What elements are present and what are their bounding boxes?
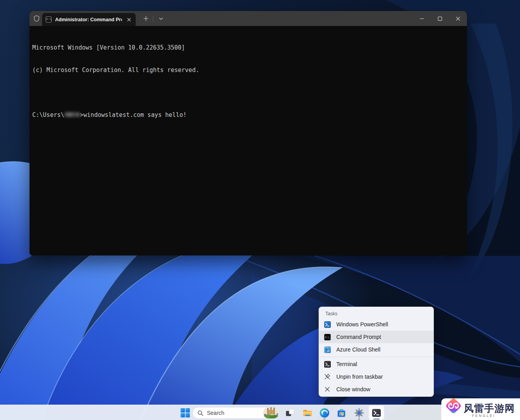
- fenglei-logo-icon: [443, 396, 464, 416]
- prompt-command: >windowslatest.com says hello!: [80, 111, 186, 118]
- terminal-window: C:\ Administrator: Command Pro: [30, 11, 467, 255]
- tab-title: Administrator: Command Pro: [55, 17, 122, 22]
- terminal-line: (c) Microsoft Corporation. All rights re…: [32, 67, 467, 74]
- chevron-down-icon: [159, 17, 163, 20]
- search-placeholder: Search: [207, 410, 263, 416]
- search-icon: [197, 410, 203, 416]
- azure-cloud-shell-icon: [324, 346, 331, 353]
- edge-button[interactable]: [317, 405, 332, 420]
- running-indicator: [358, 418, 360, 420]
- jump-list-item-windows-powershell[interactable]: Windows PowerShell: [319, 318, 433, 331]
- jump-list-item-terminal[interactable]: Terminal: [319, 358, 433, 370]
- store-icon: [336, 408, 347, 418]
- jump-list-item-close-window[interactable]: Close window: [319, 383, 433, 396]
- terminal-prompt-line: C:\Users\>windowslatest.com says hello!: [32, 111, 467, 119]
- active-indicator: [373, 418, 380, 420]
- terminal-line-blank: [32, 89, 467, 96]
- new-tab-button[interactable]: [141, 14, 151, 23]
- close-window-button[interactable]: [449, 11, 467, 26]
- minimize-button[interactable]: [413, 11, 431, 26]
- watermark-title: 风雷手游网: [464, 402, 519, 415]
- plus-icon: [143, 16, 149, 21]
- powershell-icon: [324, 321, 331, 328]
- command-prompt-icon: C:\_: [324, 333, 331, 340]
- file-explorer-button[interactable]: [300, 405, 315, 420]
- watermark-subtitle: FENGLEI: [441, 414, 520, 418]
- jump-list-item-unpin[interactable]: Unpin from taskbar: [319, 370, 433, 383]
- tabbar-divider: [153, 15, 153, 22]
- edge-icon: [319, 408, 330, 418]
- desktop: C:\ Administrator: Command Pro: [0, 0, 520, 420]
- task-view-button[interactable]: [282, 405, 298, 420]
- jump-list-item-label: Azure Cloud Shell: [336, 346, 380, 353]
- task-view-icon: [285, 408, 295, 418]
- jump-list-item-label: Windows PowerShell: [336, 321, 388, 327]
- folder-icon: [302, 408, 313, 418]
- jump-list-header: Tasks: [319, 307, 433, 318]
- unpin-icon: [324, 373, 331, 380]
- daily-image-thumbnail[interactable]: [263, 407, 279, 418]
- settings-button[interactable]: [351, 405, 367, 420]
- terminal-tab-active[interactable]: C:\ Administrator: Command Pro: [42, 13, 136, 26]
- maximize-icon: [438, 17, 442, 21]
- window-controls: [413, 11, 467, 26]
- close-icon: [127, 18, 131, 22]
- gear-icon: [354, 408, 364, 418]
- site-watermark: 风雷手游网 FENGLEI: [441, 398, 520, 420]
- start-button[interactable]: [177, 405, 193, 420]
- windows-logo-icon: [180, 408, 190, 418]
- terminal-taskbar-button[interactable]: [369, 405, 384, 420]
- edge-running-indicator: [323, 418, 326, 420]
- maximize-button[interactable]: [431, 11, 449, 26]
- jump-list-item-label: Terminal: [336, 361, 357, 367]
- taskbar-jump-list: Tasks Windows PowerShell C:\_ Command Pr…: [319, 307, 434, 397]
- close-icon: [324, 386, 331, 393]
- close-icon: [456, 17, 460, 21]
- jump-list-item-azure-cloud-shell[interactable]: Azure Cloud Shell: [319, 343, 433, 356]
- prompt-prefix: C:\Users\: [32, 111, 64, 118]
- terminal-tab-bar: C:\ Administrator: Command Pro: [30, 11, 467, 26]
- minimize-icon: [420, 17, 424, 21]
- terminal-line: Microsoft Windows [Version 10.0.22635.35…: [32, 44, 467, 52]
- jump-list-separator: [319, 357, 433, 357]
- search-box[interactable]: Search: [192, 407, 280, 419]
- terminal-output-area[interactable]: Microsoft Windows [Version 10.0.22635.35…: [30, 26, 467, 255]
- store-button[interactable]: [334, 405, 349, 420]
- tab-dropdown-button[interactable]: [156, 14, 166, 23]
- jump-list-item-label: Unpin from taskbar: [336, 374, 383, 380]
- shield-icon: [33, 15, 40, 22]
- jump-list-item-command-prompt[interactable]: C:\_ Command Prompt: [319, 331, 433, 343]
- tab-close-button[interactable]: [125, 16, 133, 23]
- terminal-icon: [371, 408, 382, 418]
- redacted-username: [64, 112, 80, 117]
- terminal-icon: [324, 361, 331, 368]
- jump-list-item-label: Close window: [336, 386, 370, 392]
- jump-list-item-label: Command Prompt: [336, 334, 381, 340]
- cmd-icon: C:\: [46, 17, 52, 22]
